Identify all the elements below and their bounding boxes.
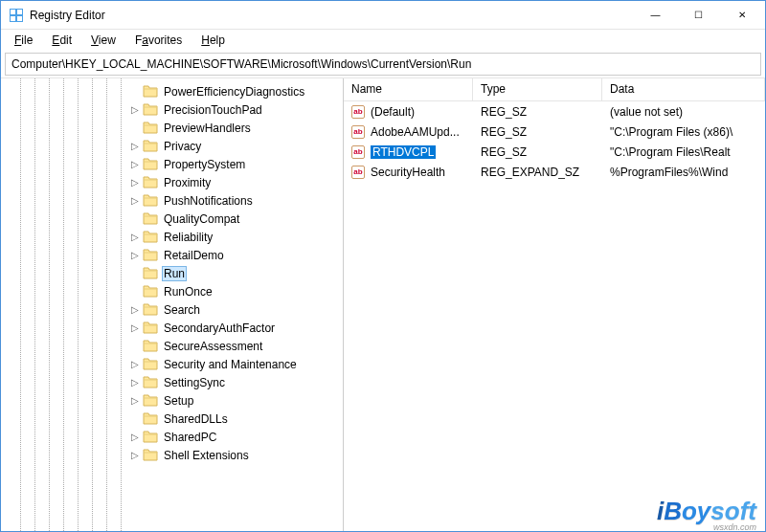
tree-item-previewhandlers[interactable]: PreviewHandlers — [125, 119, 343, 137]
value-name-cell: abSecurityHealth — [344, 166, 473, 179]
svg-rect-1 — [11, 10, 15, 14]
expander-icon[interactable]: ▷ — [129, 432, 141, 443]
values-list[interactable]: ab(Default)REG_SZ(value not set)abAdobeA… — [344, 101, 765, 531]
tree-item-propertysystem[interactable]: ▷PropertySystem — [125, 155, 343, 173]
expander-icon[interactable]: ▷ — [129, 177, 141, 188]
tree-item-search[interactable]: ▷Search — [125, 300, 343, 319]
address-text: Computer\HKEY_LOCAL_MACHINE\SOFTWARE\Mic… — [11, 57, 471, 71]
expander-icon[interactable]: ▷ — [129, 104, 141, 116]
window-title: Registry Editor — [30, 9, 634, 22]
tree-item-label: SecondaryAuthFactor — [162, 321, 277, 335]
values-pane: Name Type Data ab(Default)REG_SZ(value n… — [344, 78, 765, 531]
expander-icon[interactable]: ▷ — [129, 322, 141, 334]
expander-icon[interactable]: ▷ — [129, 250, 141, 261]
value-row[interactable]: abAdobeAAMUpd...REG_SZ"C:\Program Files … — [344, 122, 765, 142]
tree-item-privacy[interactable]: ▷Privacy — [125, 137, 343, 155]
tree-item-label: Shell Extensions — [162, 449, 251, 462]
expander-icon[interactable]: ▷ — [129, 359, 141, 370]
value-name-cell: ab(Default) — [344, 105, 473, 119]
tree-item-secureassessment[interactable]: SecureAssessment — [125, 337, 343, 355]
tree-item-runonce[interactable]: RunOnce — [125, 282, 343, 300]
minimize-button[interactable]: — — [634, 1, 677, 29]
tree-item-label: RetailDemo — [162, 249, 226, 262]
tree-item-label: Run — [162, 266, 187, 281]
value-type-cell: REG_EXPAND_SZ — [473, 166, 602, 179]
maximize-button[interactable]: ☐ — [677, 1, 720, 29]
column-data[interactable]: Data — [602, 78, 765, 100]
tree-item-label: SettingSync — [162, 376, 227, 389]
tree-item-label: Security and Maintenance — [162, 358, 299, 371]
tree-pane[interactable]: PowerEfficiencyDiagnostics▷PrecisionTouc… — [1, 78, 344, 531]
folder-icon — [143, 139, 158, 154]
value-row[interactable]: abRTHDVCPLREG_SZ"C:\Program Files\Realt — [344, 142, 765, 162]
tree-item-proximity[interactable]: ▷Proximity — [125, 173, 343, 191]
folder-icon — [143, 211, 158, 227]
value-row[interactable]: ab(Default)REG_SZ(value not set) — [344, 101, 765, 122]
folder-icon — [143, 375, 158, 390]
expander-icon[interactable]: ▷ — [129, 232, 141, 243]
folder-icon — [143, 157, 158, 172]
value-data-cell: "C:\Program Files\Realt — [602, 145, 765, 159]
folder-icon — [143, 175, 158, 190]
expander-icon[interactable]: ▷ — [129, 395, 141, 407]
tree-item-label: QualityCompat — [162, 212, 241, 226]
value-data-cell: %ProgramFiles%\Wind — [602, 166, 765, 179]
close-button[interactable]: ✕ — [720, 1, 763, 29]
tree-item-pushnotifications[interactable]: ▷PushNotifications — [125, 191, 343, 210]
menu-file[interactable]: File — [7, 32, 40, 49]
folder-icon — [143, 193, 158, 209]
value-name-cell: abRTHDVCPL — [344, 145, 473, 159]
folder-icon — [143, 266, 158, 281]
column-name[interactable]: Name — [344, 78, 473, 100]
tree-item-label: Privacy — [162, 140, 203, 153]
tree-item-retaildemo[interactable]: ▷RetailDemo — [125, 246, 343, 264]
folder-icon — [143, 248, 158, 263]
tree-item-label: SharedDLLs — [162, 412, 230, 426]
folder-icon — [143, 411, 158, 427]
menu-favorites[interactable]: Favorites — [127, 32, 190, 49]
value-row[interactable]: abSecurityHealthREG_EXPAND_SZ%ProgramFil… — [344, 162, 765, 182]
expander-icon[interactable]: ▷ — [129, 195, 141, 207]
string-value-icon: ab — [351, 105, 365, 119]
list-header: Name Type Data — [344, 78, 765, 101]
tree-item-shell-extensions[interactable]: ▷Shell Extensions — [125, 446, 343, 464]
folder-icon — [143, 357, 158, 372]
tree-item-precisiontouchpad[interactable]: ▷PrecisionTouchPad — [125, 100, 343, 119]
tree-item-label: Setup — [162, 394, 195, 408]
expander-icon[interactable]: ▷ — [129, 304, 141, 316]
tree-item-powerefficiencydiagnostics[interactable]: PowerEfficiencyDiagnostics — [125, 82, 343, 100]
window-controls: — ☐ ✕ — [634, 1, 763, 29]
tree-item-shareddlls[interactable]: SharedDLLs — [125, 410, 343, 428]
tree-item-qualitycompat[interactable]: QualityCompat — [125, 210, 343, 228]
string-value-icon: ab — [351, 125, 365, 139]
string-value-icon: ab — [351, 166, 365, 179]
svg-rect-2 — [17, 10, 22, 14]
folder-icon — [143, 430, 158, 445]
menu-edit[interactable]: Edit — [44, 32, 79, 49]
expander-icon[interactable]: ▷ — [129, 159, 141, 170]
tree-item-security-and-maintenance[interactable]: ▷Security and Maintenance — [125, 355, 343, 373]
expander-icon[interactable]: ▷ — [129, 450, 141, 461]
tree-item-setup[interactable]: ▷Setup — [125, 391, 343, 410]
registry-tree: PowerEfficiencyDiagnostics▷PrecisionTouc… — [1, 82, 343, 464]
tree-item-label: SecureAssessment — [162, 340, 264, 353]
folder-icon — [143, 339, 158, 354]
expander-icon[interactable]: ▷ — [129, 141, 141, 152]
title-bar[interactable]: Registry Editor — ☐ ✕ — [1, 1, 765, 30]
main-content: PowerEfficiencyDiagnostics▷PrecisionTouc… — [1, 78, 765, 531]
column-type[interactable]: Type — [473, 78, 602, 100]
tree-item-run[interactable]: Run — [125, 264, 343, 282]
tree-item-label: PrecisionTouchPad — [162, 103, 264, 117]
menu-help[interactable]: Help — [193, 32, 233, 49]
tree-item-label: PropertySystem — [162, 158, 247, 171]
tree-item-secondaryauthfactor[interactable]: ▷SecondaryAuthFactor — [125, 319, 343, 337]
tree-item-settingsync[interactable]: ▷SettingSync — [125, 373, 343, 391]
menu-view[interactable]: View — [83, 32, 124, 49]
address-bar[interactable]: Computer\HKEY_LOCAL_MACHINE\SOFTWARE\Mic… — [5, 53, 761, 76]
tree-item-reliability[interactable]: ▷Reliability — [125, 228, 343, 246]
folder-icon — [143, 393, 158, 409]
expander-icon[interactable]: ▷ — [129, 377, 141, 388]
tree-item-label: Search — [162, 303, 202, 317]
tree-item-sharedpc[interactable]: ▷SharedPC — [125, 428, 343, 446]
svg-rect-4 — [17, 16, 22, 21]
